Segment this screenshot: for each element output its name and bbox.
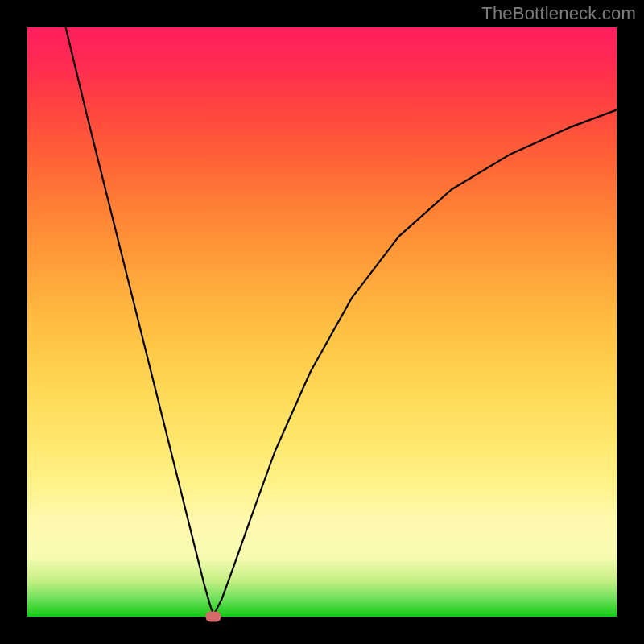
- bottleneck-curve: [66, 27, 617, 613]
- plot-area: [27, 27, 617, 617]
- watermark-text: TheBottleneck.com: [481, 3, 636, 24]
- chart-frame: TheBottleneck.com: [0, 0, 644, 644]
- curve-layer: [27, 27, 617, 617]
- optimum-marker: [205, 612, 221, 622]
